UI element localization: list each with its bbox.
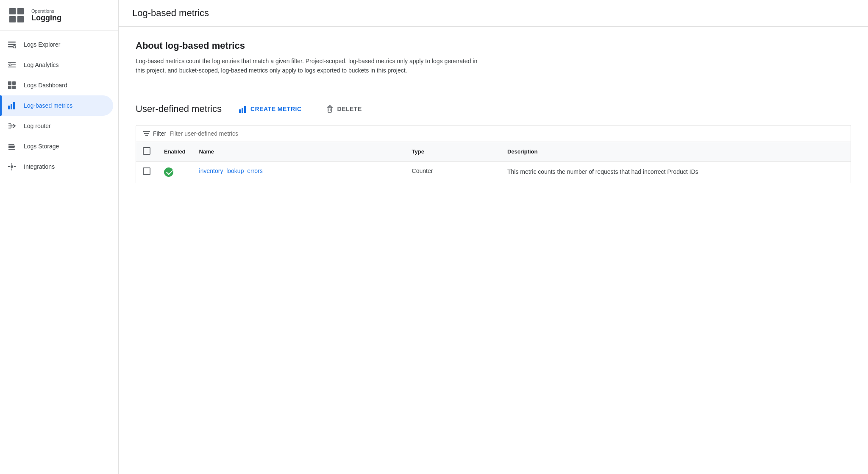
enabled-check-icon bbox=[164, 167, 173, 177]
row-description-cell: This metric counts the number of request… bbox=[501, 161, 851, 183]
filter-input[interactable] bbox=[170, 130, 844, 137]
filter-label: Filter bbox=[153, 130, 166, 137]
svg-rect-15 bbox=[8, 86, 11, 89]
sidebar-nav: Logs Explorer Log Analytics bbox=[0, 31, 118, 474]
log-based-metrics-label: Log-based metrics bbox=[24, 102, 72, 109]
sidebar-item-integrations[interactable]: Integrations bbox=[0, 156, 113, 177]
svg-rect-35 bbox=[242, 108, 243, 113]
table-header-row: Enabled Name Type Description bbox=[136, 142, 851, 161]
integrations-label: Integrations bbox=[24, 163, 55, 170]
table-header-type: Type bbox=[405, 142, 501, 161]
svg-rect-17 bbox=[8, 106, 10, 109]
create-metric-button[interactable]: CREATE METRIC bbox=[232, 101, 309, 117]
svg-rect-2 bbox=[9, 16, 16, 22]
svg-point-29 bbox=[11, 165, 13, 168]
log-based-metrics-icon bbox=[7, 100, 17, 111]
log-router-icon bbox=[7, 121, 17, 131]
table-header-checkbox bbox=[136, 142, 158, 161]
create-metric-icon bbox=[239, 105, 247, 113]
log-analytics-icon bbox=[7, 60, 17, 70]
delete-label: DELETE bbox=[337, 106, 362, 112]
metrics-section: User-defined metrics CREATE METRIC bbox=[136, 91, 851, 183]
table-header-enabled: Enabled bbox=[157, 142, 192, 161]
main-content: Log-based metrics About log-based metric… bbox=[119, 0, 868, 474]
sidebar-header: Operations Logging bbox=[0, 0, 118, 31]
filter-icon bbox=[143, 130, 150, 137]
metrics-header: User-defined metrics CREATE METRIC bbox=[136, 101, 851, 117]
create-metric-label: CREATE METRIC bbox=[250, 106, 302, 112]
logs-explorer-icon bbox=[7, 39, 17, 50]
svg-rect-26 bbox=[8, 149, 15, 150]
svg-point-12 bbox=[9, 64, 11, 66]
sidebar-item-log-router[interactable]: Log router bbox=[0, 116, 113, 136]
app-title: Logging bbox=[31, 14, 61, 22]
logs-storage-icon bbox=[7, 141, 17, 151]
svg-rect-16 bbox=[12, 86, 16, 89]
svg-rect-11 bbox=[8, 67, 16, 67]
svg-rect-18 bbox=[11, 104, 12, 109]
svg-rect-9 bbox=[8, 62, 16, 63]
about-description: Log-based metrics count the log entries … bbox=[136, 56, 483, 75]
svg-rect-36 bbox=[244, 106, 246, 113]
sidebar-item-logs-explorer[interactable]: Logs Explorer bbox=[0, 34, 113, 55]
row-checkbox[interactable] bbox=[143, 167, 150, 175]
table-row: inventory_lookup_errors Counter This met… bbox=[136, 161, 851, 183]
sidebar-item-logs-storage[interactable]: Logs Storage bbox=[0, 136, 113, 156]
filter-bar: Filter bbox=[136, 125, 851, 142]
delete-icon bbox=[326, 105, 334, 113]
svg-rect-13 bbox=[8, 81, 11, 85]
row-type-cell: Counter bbox=[405, 161, 501, 183]
delete-button[interactable]: DELETE bbox=[319, 101, 369, 117]
row-name-cell[interactable]: inventory_lookup_errors bbox=[192, 161, 405, 183]
sidebar: Operations Logging Logs Explorer bbox=[0, 0, 119, 474]
logs-storage-label: Logs Storage bbox=[24, 143, 59, 150]
svg-rect-6 bbox=[8, 46, 13, 47]
logs-dashboard-icon bbox=[7, 80, 17, 90]
svg-rect-1 bbox=[17, 8, 24, 14]
page-title: Log-based metrics bbox=[132, 8, 854, 19]
sidebar-item-log-based-metrics[interactable]: Log-based metrics bbox=[0, 95, 113, 116]
log-analytics-label: Log Analytics bbox=[24, 61, 59, 68]
user-defined-metrics-title: User-defined metrics bbox=[136, 103, 222, 114]
svg-line-8 bbox=[15, 47, 16, 48]
logs-explorer-label: Logs Explorer bbox=[24, 41, 60, 48]
integrations-icon bbox=[7, 162, 17, 172]
svg-rect-19 bbox=[13, 102, 15, 109]
metrics-table: Enabled Name Type Description bbox=[136, 142, 851, 183]
svg-rect-4 bbox=[8, 42, 16, 43]
app-logo-icon bbox=[8, 7, 25, 24]
svg-rect-14 bbox=[12, 81, 16, 85]
log-router-label: Log router bbox=[24, 123, 51, 129]
row-enabled-cell bbox=[157, 161, 192, 183]
svg-point-27 bbox=[14, 144, 15, 145]
table-header-description: Description bbox=[501, 142, 851, 161]
select-all-checkbox[interactable] bbox=[143, 147, 150, 155]
filter-icon-wrapper: Filter bbox=[143, 130, 166, 137]
main-header: Log-based metrics bbox=[119, 0, 868, 27]
content-area: About log-based metrics Log-based metric… bbox=[119, 27, 868, 197]
about-section: About log-based metrics Log-based metric… bbox=[136, 40, 851, 75]
svg-rect-34 bbox=[239, 109, 241, 113]
logs-dashboard-label: Logs Dashboard bbox=[24, 82, 67, 89]
row-checkbox-cell bbox=[136, 161, 158, 183]
about-title: About log-based metrics bbox=[136, 40, 851, 51]
svg-rect-3 bbox=[17, 16, 24, 22]
app-title-block: Operations Logging bbox=[31, 8, 61, 22]
app-sub-title: Operations bbox=[31, 8, 61, 14]
svg-point-28 bbox=[14, 147, 15, 148]
svg-rect-5 bbox=[8, 44, 16, 45]
sidebar-item-logs-dashboard[interactable]: Logs Dashboard bbox=[0, 75, 113, 95]
svg-rect-0 bbox=[9, 8, 16, 14]
sidebar-item-log-analytics[interactable]: Log Analytics bbox=[0, 55, 113, 75]
table-header-name: Name bbox=[192, 142, 405, 161]
